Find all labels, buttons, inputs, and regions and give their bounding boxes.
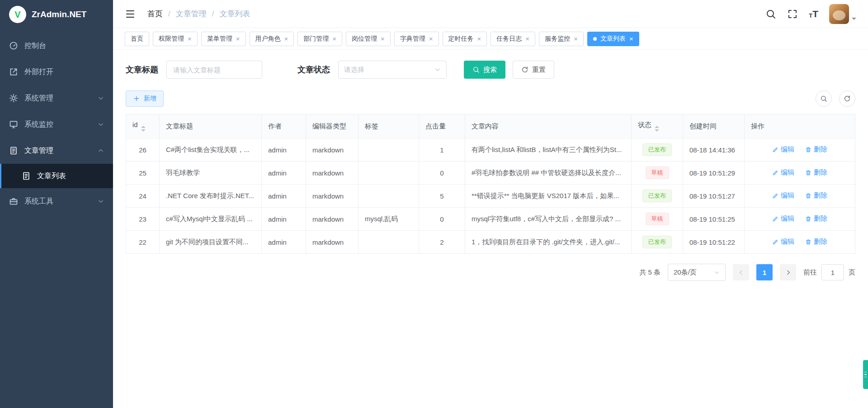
fullscreen-icon[interactable] xyxy=(787,9,798,19)
tab-user-role[interactable]: 用户角色× xyxy=(250,32,294,46)
prev-page-button[interactable] xyxy=(733,264,749,280)
tab-service-monitor[interactable]: 服务监控× xyxy=(539,32,584,46)
cell-created: 08-19 10:51:27 xyxy=(683,185,745,208)
toolbox-icon xyxy=(9,197,18,206)
table-row: 25 羽毛球教学 admin markdown 0 #羽毛球拍参数说明 ## 中… xyxy=(126,161,855,185)
user-menu[interactable] xyxy=(829,4,856,24)
sidebar-item-article-mgmt[interactable]: 文章管理 xyxy=(0,138,113,164)
breadcrumb-article-list[interactable]: 文章列表 xyxy=(219,9,250,19)
article-status-label: 文章状态 xyxy=(297,64,330,75)
edit-button[interactable]: 编辑 xyxy=(772,191,794,200)
column-header-id[interactable]: id xyxy=(126,114,160,138)
sidebar-item-article-list[interactable]: 文章列表 xyxy=(0,164,113,188)
close-icon[interactable]: × xyxy=(381,35,385,42)
edit-button[interactable]: 编辑 xyxy=(772,237,794,246)
sidebar-item-system-monitor[interactable]: 系统监控 xyxy=(0,111,113,138)
tab-home[interactable]: 首页 xyxy=(125,32,149,46)
status-badge: 已发布 xyxy=(642,190,672,202)
cell-created: 08-19 10:51:22 xyxy=(683,231,745,254)
edit-icon xyxy=(772,216,778,222)
main-area: 首页 / 文章管理 / 文章列表 TT 首页 权限管理× xyxy=(113,0,868,408)
table-toolbar: 新增 xyxy=(126,90,855,107)
search-icon[interactable] xyxy=(765,9,776,19)
cell-clicks: 0 xyxy=(419,208,465,231)
delete-button[interactable]: 删除 xyxy=(805,214,827,223)
cell-editor: markdown xyxy=(306,185,359,208)
cell-content: **错误提示** 当电脑更新 VS2017 版本后，如果... xyxy=(465,185,632,208)
sort-icon[interactable] xyxy=(655,126,659,132)
document-icon xyxy=(22,171,31,180)
tab-dept-mgmt[interactable]: 部门管理× xyxy=(297,32,342,46)
close-icon[interactable]: × xyxy=(188,35,192,42)
goto-page-group: 前往 页 xyxy=(803,264,855,280)
article-title-input[interactable] xyxy=(166,61,262,79)
toggle-search-button[interactable] xyxy=(816,90,832,107)
page-size-select[interactable]: 20条/页 xyxy=(668,264,726,281)
breadcrumb-separator: / xyxy=(212,9,214,19)
delete-button[interactable]: 删除 xyxy=(805,168,827,177)
add-button[interactable]: 新增 xyxy=(126,90,164,107)
sidebar: V ZrAdmin.NET 控制台 外部打开 系统管理 系统监控 xyxy=(0,0,113,408)
edit-button[interactable]: 编辑 xyxy=(772,168,794,177)
tab-dict-mgmt[interactable]: 字典管理× xyxy=(394,32,439,46)
close-icon[interactable]: × xyxy=(284,35,288,42)
breadcrumb: 首页 / 文章管理 / 文章列表 xyxy=(147,9,250,19)
edit-button[interactable]: 编辑 xyxy=(772,145,794,154)
goto-page-input[interactable] xyxy=(821,264,844,280)
reset-button[interactable]: 重置 xyxy=(513,61,554,79)
edit-button[interactable]: 编辑 xyxy=(772,214,794,223)
cell-title: 羽毛球教学 xyxy=(160,161,262,185)
column-header-content: 文章内容 xyxy=(465,114,632,138)
status-badge: 已发布 xyxy=(642,236,672,248)
sidebar-item-external-open[interactable]: 外部打开 xyxy=(0,59,113,85)
delete-button[interactable]: 删除 xyxy=(805,191,827,200)
cell-clicks: 5 xyxy=(419,185,465,208)
cell-clicks: 2 xyxy=(419,231,465,254)
sidebar-collapse-icon[interactable] xyxy=(125,9,136,19)
breadcrumb-separator: / xyxy=(168,9,170,19)
trash-icon xyxy=(805,216,811,222)
breadcrumb-article-mgmt[interactable]: 文章管理 xyxy=(176,9,207,19)
cell-clicks: 1 xyxy=(419,138,465,161)
sidebar-item-dashboard[interactable]: 控制台 xyxy=(0,33,113,59)
tab-task-log[interactable]: 任务日志× xyxy=(491,32,535,46)
close-icon[interactable]: × xyxy=(525,35,529,42)
next-page-button[interactable] xyxy=(780,264,796,280)
column-header-tag: 标签 xyxy=(359,114,419,138)
table-header-row: id 文章标题 作者 编辑器类型 标签 点击量 文章内容 状态 创建时间 操作 xyxy=(126,114,855,138)
close-icon[interactable]: × xyxy=(332,35,336,42)
delete-button[interactable]: 删除 xyxy=(805,237,827,246)
sort-icon[interactable] xyxy=(141,126,146,132)
tab-menu-mgmt[interactable]: 菜单管理× xyxy=(201,32,246,46)
cell-status: 草稿 xyxy=(632,161,683,185)
cell-author: admin xyxy=(262,231,306,254)
sidebar-item-system-mgmt[interactable]: 系统管理 xyxy=(0,85,113,111)
tab-post-mgmt[interactable]: 岗位管理× xyxy=(346,32,391,46)
cell-id: 22 xyxy=(126,231,160,254)
close-icon[interactable]: × xyxy=(477,35,481,42)
refresh-table-button[interactable] xyxy=(839,90,855,107)
tab-permission-mgmt[interactable]: 权限管理× xyxy=(153,32,198,46)
search-button[interactable]: 搜索 xyxy=(464,61,505,79)
trash-icon xyxy=(805,147,811,153)
column-header-status[interactable]: 状态 xyxy=(632,114,683,138)
font-size-icon[interactable]: TT xyxy=(809,9,818,19)
tags-bar: 首页 权限管理× 菜单管理× 用户角色× 部门管理× 岗位管理× 字典管理× 定… xyxy=(113,28,868,50)
close-icon[interactable]: × xyxy=(236,35,240,42)
sidebar-item-system-tools[interactable]: 系统工具 xyxy=(0,188,113,214)
app-logo[interactable]: V ZrAdmin.NET xyxy=(0,0,113,29)
cell-content: mysql字符集utf8，c#写入中文后，全部显示成? ... xyxy=(465,208,632,231)
tab-scheduled-task[interactable]: 定时任务× xyxy=(443,32,487,46)
article-status-select[interactable]: 请选择 xyxy=(338,61,447,79)
breadcrumb-home[interactable]: 首页 xyxy=(147,9,163,19)
close-icon[interactable]: × xyxy=(574,35,578,42)
goto-label: 前往 xyxy=(803,268,817,277)
page-number-1[interactable]: 1 xyxy=(756,264,773,280)
delete-button[interactable]: 删除 xyxy=(805,145,827,154)
close-icon[interactable]: × xyxy=(629,35,633,42)
resize-handle[interactable] xyxy=(863,360,868,389)
close-icon[interactable]: × xyxy=(429,35,433,42)
cell-id: 25 xyxy=(126,161,160,185)
tab-article-list[interactable]: 文章列表× xyxy=(587,32,639,46)
avatar[interactable] xyxy=(829,4,849,24)
